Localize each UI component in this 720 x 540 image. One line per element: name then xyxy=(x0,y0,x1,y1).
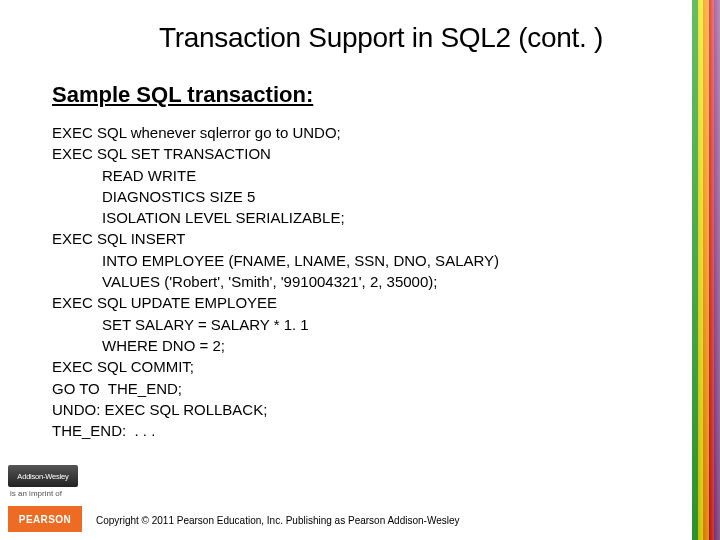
publisher-block: Addison-Wesley is an imprint of xyxy=(8,465,78,498)
addison-wesley-logo: Addison-Wesley xyxy=(8,465,78,487)
slide-subtitle: Sample SQL transaction: xyxy=(52,82,680,108)
pearson-logo: PEARSON xyxy=(8,506,82,532)
sql-code-block: EXEC SQL whenever sqlerror go to UNDO; E… xyxy=(52,122,680,441)
pearson-label: PEARSON xyxy=(19,514,71,525)
copyright-text: Copyright © 2011 Pearson Education, Inc.… xyxy=(96,515,460,526)
imprint-text: is an imprint of xyxy=(10,489,78,498)
addison-wesley-label: Addison-Wesley xyxy=(17,472,68,481)
slide-title: Transaction Support in SQL2 (cont. ) xyxy=(82,22,680,54)
slide-content: Transaction Support in SQL2 (cont. ) Sam… xyxy=(0,0,720,441)
